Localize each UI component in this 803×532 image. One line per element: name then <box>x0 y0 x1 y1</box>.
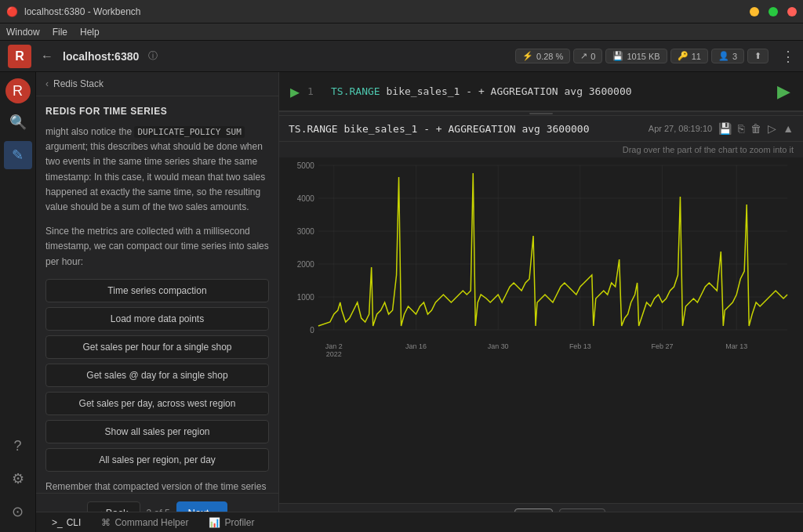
cli-icon: >_ <box>52 517 63 528</box>
play-chart-icon[interactable]: ▷ <box>768 122 776 135</box>
line-number: 1 <box>307 85 323 97</box>
svg-text:Jan 30: Jan 30 <box>488 342 509 350</box>
menu-window[interactable]: Window <box>6 27 40 38</box>
tab-profiler[interactable]: 📊 Profiler <box>199 515 263 530</box>
chart-title: TS.RANGE bike_sales_1 - + AGGREGATION av… <box>289 123 642 135</box>
sidebar-workbench-icon[interactable]: ✎ <box>4 141 32 169</box>
svg-text:5000: 5000 <box>297 161 315 170</box>
maximize-btn[interactable] <box>768 7 778 16</box>
titlebar: 🔴 localhost:6380 - Workbench <box>0 0 803 24</box>
profiler-icon: 📊 <box>209 517 220 528</box>
btn-get-sales-hour[interactable]: Get sales per hour for a single shop <box>45 335 269 359</box>
svg-text:Feb 27: Feb 27 <box>652 342 674 350</box>
btn-show-all-sales-region[interactable]: Show all sales per region <box>45 420 269 443</box>
delete-chart-icon[interactable]: 🗑 <box>750 122 761 135</box>
query-command: TS.RANGE <box>331 85 380 97</box>
svg-text:Feb 13: Feb 13 <box>569 342 591 350</box>
btn-all-sales-region-day[interactable]: All sales per region, per day <box>45 448 269 472</box>
close-btn[interactable] <box>787 7 797 16</box>
keys-icon: 🔑 <box>678 51 689 61</box>
icon-sidebar: R 🔍 ✎ ? ⚙ ⊙ <box>0 72 36 532</box>
toolbar: R ← localhost:6380 ⓘ ⚡ 0.28 % ↗ 0 💾 1015… <box>0 41 803 72</box>
svg-text:2022: 2022 <box>326 350 342 358</box>
chart-actions: 💾 ⎘ 🗑 ▷ ▲ <box>718 122 794 135</box>
svg-text:3000: 3000 <box>297 227 315 236</box>
keys-stat: 🔑 11 <box>670 49 708 63</box>
chart-hint: Drag over the part of the chart to zoom … <box>279 142 803 157</box>
btn-get-sales-day-west[interactable]: Get sales per day, across west region <box>45 392 269 415</box>
export-icon: ⬆ <box>754 51 761 61</box>
brand-logo: R <box>8 45 31 68</box>
panel-description-2: Since the metrics are collected with a m… <box>45 224 269 270</box>
sidebar-help-icon[interactable]: ? <box>4 432 32 460</box>
menubar: Window File Help <box>0 24 803 41</box>
chart-timestamp: Apr 27, 08:19:10 <box>649 124 712 133</box>
svg-text:0: 0 <box>310 326 314 335</box>
window-title: localhost:6380 - Workbench <box>24 6 141 17</box>
query-editor: ▶ 1 TS.RANGE bike_sales_1 - + AGGREGATIO… <box>279 72 803 111</box>
panel-content: REDIS FOR TIME SERIES might also notice … <box>36 96 278 493</box>
save-chart-icon[interactable]: 💾 <box>718 122 732 135</box>
cli-label: CLI <box>67 517 82 528</box>
app-icon: 🔴 <box>6 6 18 17</box>
connections-stat: 👤 3 <box>711 49 744 63</box>
chart-svg[interactable]: 5000 4000 3000 2000 1000 0 Jan 2 2022 Ja… <box>287 157 795 361</box>
menu-file[interactable]: File <box>53 27 67 38</box>
sidebar-brand-icon[interactable]: R <box>5 78 31 103</box>
execute-button[interactable]: ▶ <box>774 81 794 102</box>
panel-header: ‹ Redis Stack <box>36 72 278 96</box>
svg-text:2000: 2000 <box>297 260 315 269</box>
left-panel: ‹ Redis Stack REDIS FOR TIME SERIES migh… <box>36 72 279 532</box>
toolbar-more-btn[interactable]: ⋮ <box>781 48 795 65</box>
tab-command-helper[interactable]: ⌘ Command Helper <box>92 515 198 530</box>
sidebar-settings-icon[interactable]: ⚙ <box>4 465 32 493</box>
panel-description-1: might also notice the DUPLICATE_POLICY S… <box>45 125 269 215</box>
cpu-stat: ⚡ 0.28 % <box>515 49 570 63</box>
sidebar-github-icon[interactable]: ⊙ <box>4 498 32 526</box>
memory-value: 1015 KB <box>627 52 659 61</box>
command-helper-icon: ⌘ <box>101 517 111 528</box>
panel-footer-text: Remember that compacted version of the t… <box>45 480 269 493</box>
svg-text:1000: 1000 <box>297 293 315 302</box>
memory-icon: 💾 <box>612 51 623 61</box>
keys-value: 11 <box>692 52 701 61</box>
command-helper-label: Command Helper <box>114 517 188 528</box>
copy-chart-icon[interactable]: ⎘ <box>738 122 744 135</box>
svg-text:Mar 13: Mar 13 <box>725 342 747 350</box>
cpu-icon: ⚡ <box>522 51 533 61</box>
svg-text:4000: 4000 <box>297 194 315 203</box>
cpu-value: 0.28 % <box>536 52 563 61</box>
chart-header: TS.RANGE bike_sales_1 - + AGGREGATION av… <box>279 116 803 142</box>
host-label[interactable]: localhost:6380 <box>63 50 139 63</box>
minimize-btn[interactable] <box>750 7 759 16</box>
btn-load-more-data[interactable]: Load more data points <box>45 307 269 331</box>
btn-time-series-compaction[interactable]: Time series compaction <box>45 279 269 302</box>
run-indicator: ▶ <box>290 82 300 101</box>
menu-help[interactable]: Help <box>80 27 100 38</box>
btn-get-sales-day[interactable]: Get sales @ day for a single shop <box>45 364 269 387</box>
network-icon: ↗ <box>580 51 587 61</box>
export-stat[interactable]: ⬆ <box>747 49 768 63</box>
connections-icon: 👤 <box>718 51 729 61</box>
section-title: REDIS FOR TIME SERIES <box>45 106 269 117</box>
query-args: bike_sales_1 - + AGGREGATION avg 3600000 <box>387 85 632 97</box>
back-button[interactable]: ← <box>41 49 53 63</box>
sidebar-search-icon[interactable]: 🔍 <box>4 108 32 136</box>
main-layout: R 🔍 ✎ ? ⚙ ⊙ ‹ Redis Stack REDIS FOR TIME… <box>0 72 803 532</box>
tab-cli[interactable]: >_ CLI <box>42 515 90 530</box>
collapse-chart-icon[interactable]: ▲ <box>783 122 794 135</box>
panel-breadcrumb[interactable]: Redis Stack <box>53 78 104 89</box>
network-value: 0 <box>590 52 595 61</box>
stats-group: ⚡ 0.28 % ↗ 0 💾 1015 KB 🔑 11 👤 3 ⬆ <box>515 49 768 63</box>
profiler-label: Profiler <box>224 517 254 528</box>
network-stat: ↗ 0 <box>573 49 602 63</box>
query-text: TS.RANGE bike_sales_1 - + AGGREGATION av… <box>331 85 766 97</box>
sidebar-bottom: ? ⚙ ⊙ <box>4 432 32 532</box>
svg-text:Jan 16: Jan 16 <box>405 342 427 350</box>
info-icon[interactable]: ⓘ <box>148 49 158 63</box>
chart-container: TS.RANGE bike_sales_1 - + AGGREGATION av… <box>279 116 803 532</box>
chart-body: 5000 4000 3000 2000 1000 0 Jan 2 2022 Ja… <box>279 157 803 503</box>
panel-back-icon[interactable]: ‹ <box>45 78 49 89</box>
bottom-bar: >_ CLI ⌘ Command Helper 📊 Profiler <box>36 512 803 532</box>
svg-text:Jan 2: Jan 2 <box>325 342 343 350</box>
